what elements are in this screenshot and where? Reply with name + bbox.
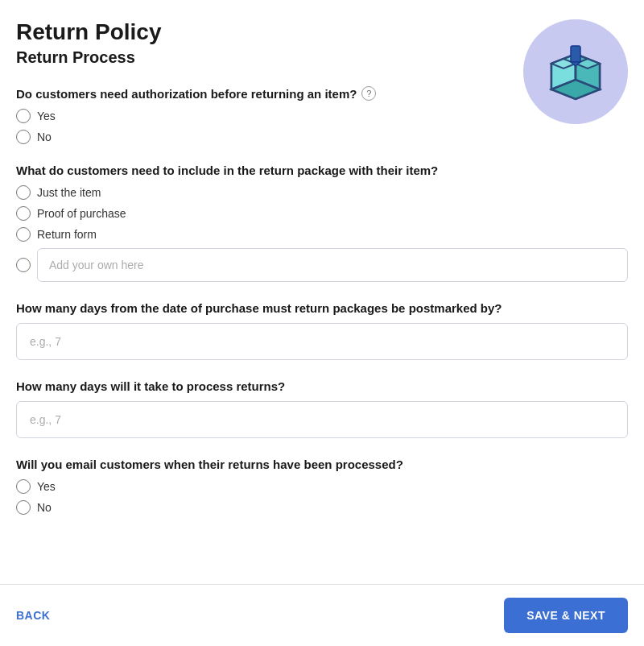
include-custom-input[interactable] bbox=[37, 248, 628, 282]
email-no-option[interactable]: No bbox=[16, 500, 628, 515]
process-question: How many days will it take to process re… bbox=[16, 379, 628, 393]
include-section: What do customers need to include in the… bbox=[16, 164, 628, 282]
authorization-no-option[interactable]: No bbox=[16, 130, 628, 144]
include-custom-row bbox=[16, 248, 628, 282]
include-proof-label: Proof of purchase bbox=[37, 207, 126, 220]
authorization-no-radio[interactable] bbox=[16, 130, 31, 144]
authorization-yes-label: Yes bbox=[37, 110, 56, 122]
email-yes-option[interactable]: Yes bbox=[16, 479, 628, 494]
svg-rect-7 bbox=[571, 46, 580, 62]
include-form-label: Return form bbox=[37, 228, 97, 241]
include-proof-option[interactable]: Proof of purchase bbox=[16, 206, 628, 221]
back-button[interactable]: BACK bbox=[16, 603, 50, 628]
email-question: Will you email customers when their retu… bbox=[16, 458, 628, 471]
include-item-radio[interactable] bbox=[16, 185, 31, 200]
save-next-button[interactable]: SAVE & NEXT bbox=[504, 598, 628, 633]
authorization-no-label: No bbox=[37, 130, 52, 143]
process-input-wrapper bbox=[16, 401, 628, 438]
include-form-radio[interactable] bbox=[16, 227, 31, 242]
email-yes-label: Yes bbox=[37, 480, 56, 493]
process-days-input[interactable] bbox=[16, 401, 628, 438]
postmark-input-wrapper bbox=[16, 323, 628, 360]
box-illustration bbox=[523, 19, 628, 124]
include-proof-radio[interactable] bbox=[16, 206, 31, 221]
postmark-days-input[interactable] bbox=[16, 323, 628, 360]
include-question: What do customers need to include in the… bbox=[16, 164, 628, 177]
help-icon[interactable]: ? bbox=[361, 86, 376, 101]
email-no-radio[interactable] bbox=[16, 500, 31, 515]
postmark-section: How many days from the date of purchase … bbox=[16, 301, 628, 360]
email-no-label: No bbox=[37, 501, 52, 514]
authorization-yes-radio[interactable] bbox=[16, 109, 31, 123]
process-section: How many days will it take to process re… bbox=[16, 379, 628, 438]
postmark-question: How many days from the date of purchase … bbox=[16, 301, 628, 315]
footer: BACK SAVE & NEXT bbox=[0, 584, 644, 646]
email-section: Will you email customers when their retu… bbox=[16, 458, 628, 515]
include-item-option[interactable]: Just the item bbox=[16, 185, 628, 200]
authorization-yes-option[interactable]: Yes bbox=[16, 109, 628, 123]
include-form-option[interactable]: Return form bbox=[16, 227, 628, 242]
include-custom-radio[interactable] bbox=[16, 258, 31, 272]
email-yes-radio[interactable] bbox=[16, 479, 31, 494]
include-item-label: Just the item bbox=[37, 186, 101, 199]
